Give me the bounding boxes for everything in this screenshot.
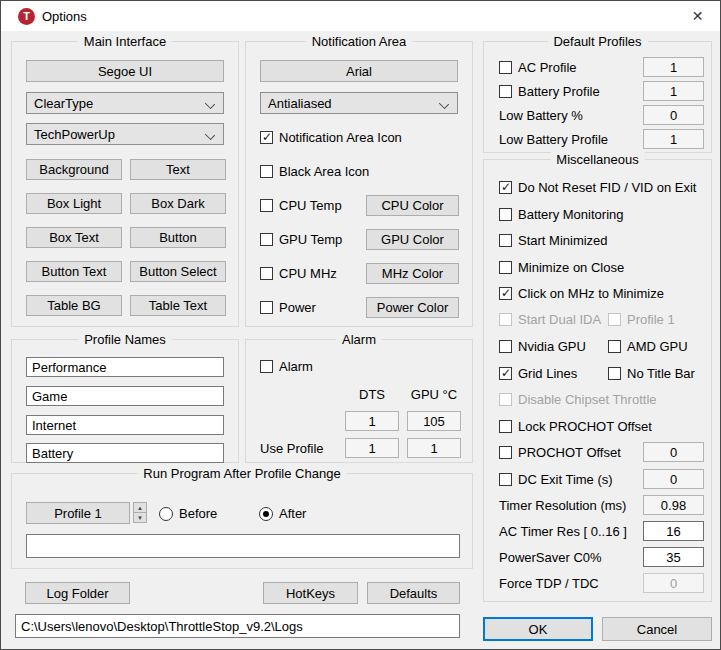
- profile-1-checkbox: [608, 313, 621, 326]
- cpu-temp-row: CPU Temp: [260, 195, 342, 215]
- cpu-color-button[interactable]: CPU Color: [366, 195, 459, 216]
- mhz-color-button[interactable]: MHz Color: [366, 263, 459, 284]
- notification-font-button[interactable]: Arial: [260, 60, 458, 82]
- low-battery-profile-field[interactable]: 1: [643, 129, 704, 149]
- use-profile-gpu-field[interactable]: 1: [407, 438, 461, 458]
- battery-monitoring-label: Battery Monitoring: [518, 207, 624, 222]
- profile-name-3-input[interactable]: [26, 415, 224, 435]
- before-label: Before: [179, 506, 217, 521]
- box-text-button[interactable]: Box Text: [26, 227, 122, 248]
- start-minimized-checkbox[interactable]: [499, 234, 512, 247]
- dc-exit-time-field[interactable]: 0: [643, 469, 704, 489]
- battery-profile-row: Battery Profile: [499, 81, 600, 101]
- profile-names-title: Profile Names: [78, 332, 172, 347]
- run-program-command-input[interactable]: [26, 534, 460, 558]
- ac-profile-checkbox[interactable]: [499, 61, 512, 74]
- after-label: After: [279, 506, 306, 521]
- force-tdp-field: 0: [643, 573, 704, 593]
- close-icon[interactable]: ✕: [675, 1, 720, 31]
- miscellaneous-title: Miscellaneous: [550, 152, 644, 167]
- battery-profile-checkbox[interactable]: [499, 85, 512, 98]
- click-mhz-minimize-checkbox[interactable]: [499, 287, 512, 300]
- ac-profile-field[interactable]: 1: [643, 57, 704, 77]
- amd-gpu-checkbox[interactable]: [608, 340, 621, 353]
- battery-profile-label: Battery Profile: [518, 84, 600, 99]
- hotkeys-button[interactable]: HotKeys: [263, 582, 358, 604]
- battery-profile-field[interactable]: 1: [643, 81, 704, 101]
- cancel-button[interactable]: Cancel: [602, 617, 712, 641]
- box-light-button[interactable]: Box Light: [26, 193, 122, 214]
- lock-prochot-checkbox[interactable]: [499, 420, 512, 433]
- prochot-offset-field[interactable]: 0: [643, 442, 704, 462]
- do-not-reset-checkbox[interactable]: [499, 181, 512, 194]
- alarm-gpu-field[interactable]: 105: [407, 411, 461, 431]
- prochot-offset-checkbox[interactable]: [499, 446, 512, 459]
- grid-lines-checkbox[interactable]: [499, 367, 512, 380]
- gpu-color-button[interactable]: GPU Color: [366, 229, 459, 250]
- timer-resolution-label: Timer Resolution (ms): [499, 498, 626, 513]
- no-title-bar-checkbox[interactable]: [608, 367, 621, 380]
- theme-select[interactable]: TechPowerUp: [26, 123, 224, 145]
- button-color-button[interactable]: Button: [130, 227, 226, 248]
- battery-monitoring-checkbox[interactable]: [499, 208, 512, 221]
- powersaver-c0-label: PowerSaver C0%: [499, 550, 602, 565]
- power-checkbox[interactable]: [260, 301, 273, 314]
- profile-name-2-input[interactable]: [26, 386, 224, 406]
- spinner-down-button[interactable]: ▼: [133, 512, 147, 523]
- notification-area-icon-checkbox[interactable]: [260, 131, 273, 144]
- minimize-on-close-checkbox[interactable]: [499, 261, 512, 274]
- power-row: Power: [260, 297, 316, 317]
- no-title-bar-label: No Title Bar: [627, 366, 695, 381]
- font-smoothing-select[interactable]: ClearType: [26, 92, 224, 114]
- start-dual-ida-row: Start Dual IDA: [499, 309, 601, 329]
- button-text-button[interactable]: Button Text: [26, 261, 122, 282]
- dc-exit-time-checkbox[interactable]: [499, 473, 512, 486]
- ac-timer-res-field[interactable]: 16: [643, 521, 704, 541]
- power-label: Power: [279, 300, 316, 315]
- ok-button[interactable]: OK: [483, 617, 593, 641]
- table-text-button[interactable]: Table Text: [130, 295, 226, 316]
- low-battery-profile-label: Low Battery Profile: [499, 132, 608, 147]
- gpu-temp-row: GPU Temp: [260, 229, 342, 249]
- box-dark-button[interactable]: Box Dark: [130, 193, 226, 214]
- power-color-button[interactable]: Power Color: [366, 297, 459, 318]
- cpu-mhz-checkbox[interactable]: [260, 267, 273, 280]
- alarm-dts-field[interactable]: 1: [345, 411, 399, 431]
- alarm-checkbox[interactable]: [260, 360, 273, 373]
- chevron-down-icon: [205, 99, 215, 109]
- gpu-temp-checkbox[interactable]: [260, 233, 273, 246]
- interface-font-button[interactable]: Segoe UI: [26, 60, 224, 82]
- use-profile-dts-field[interactable]: 1: [345, 438, 399, 458]
- amd-gpu-label: AMD GPU: [627, 339, 688, 354]
- after-radio-row: After: [259, 506, 306, 521]
- start-minimized-label: Start Minimized: [518, 233, 608, 248]
- run-program-profile-button[interactable]: Profile 1: [26, 502, 130, 524]
- defaults-button[interactable]: Defaults: [367, 582, 460, 604]
- log-folder-button[interactable]: Log Folder: [25, 582, 130, 604]
- ac-timer-res-label: AC Timer Res [ 0..16 ]: [499, 524, 627, 539]
- chevron-down-icon: [205, 130, 215, 140]
- cpu-temp-checkbox[interactable]: [260, 199, 273, 212]
- background-color-button[interactable]: Background: [26, 159, 122, 180]
- powersaver-c0-field[interactable]: 35: [643, 547, 704, 567]
- window-title: Options: [42, 9, 87, 24]
- default-profiles-title: Default Profiles: [547, 34, 647, 49]
- click-mhz-minimize-label: Click on MHz to Minimize: [518, 286, 664, 301]
- render-mode-select[interactable]: Antialiased: [260, 92, 458, 114]
- profile-name-1-input[interactable]: [26, 357, 224, 377]
- log-path-field[interactable]: [15, 614, 460, 638]
- after-radio[interactable]: [259, 507, 273, 521]
- cpu-mhz-row: CPU MHz: [260, 263, 337, 283]
- lock-prochot-row: Lock PROCHOT Offset: [499, 416, 652, 436]
- low-battery-pct-field[interactable]: 0: [643, 105, 704, 125]
- black-area-icon-checkbox[interactable]: [260, 165, 273, 178]
- disable-chipset-throttle-checkbox: [499, 393, 512, 406]
- text-color-button[interactable]: Text: [130, 159, 226, 180]
- before-radio[interactable]: [159, 507, 173, 521]
- black-area-icon-row: Black Area Icon: [260, 161, 369, 181]
- nvidia-gpu-checkbox[interactable]: [499, 340, 512, 353]
- table-bg-button[interactable]: Table BG: [26, 295, 122, 316]
- profile-name-4-input[interactable]: [26, 443, 224, 463]
- dc-exit-time-row: DC Exit Time (s): [499, 469, 613, 489]
- button-select-button[interactable]: Button Select: [130, 261, 226, 282]
